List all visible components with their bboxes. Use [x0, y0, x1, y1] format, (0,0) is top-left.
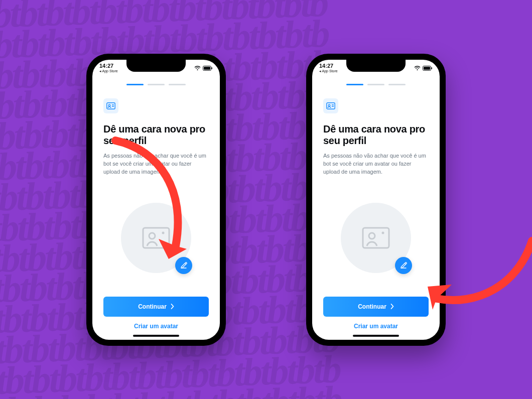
- battery-icon: [423, 66, 433, 71]
- continue-button[interactable]: Continuar: [323, 297, 429, 317]
- svg-point-4: [108, 104, 110, 106]
- continue-button-label: Continuar: [358, 303, 386, 310]
- edit-avatar-button[interactable]: [395, 257, 412, 274]
- app-screen: 14:27 ◂ App Store: [312, 60, 440, 340]
- page-title: Dê uma cara nova pro seu perfil: [323, 123, 429, 147]
- wifi-icon: [414, 66, 421, 71]
- svg-rect-13: [432, 67, 433, 69]
- status-time: 14:27: [99, 63, 118, 69]
- battery-icon: [203, 66, 213, 71]
- page-title: Dê uma cara nova pro seu perfil: [103, 123, 209, 147]
- phone-mockup: 14:27 ◂ App Store: [306, 54, 446, 346]
- svg-point-9: [162, 231, 165, 234]
- status-back-to-appstore[interactable]: ◂ App Store: [319, 69, 338, 73]
- id-card-icon: [323, 98, 338, 113]
- svg-point-20: [382, 231, 384, 234]
- wifi-icon: [194, 66, 201, 71]
- svg-rect-3: [107, 102, 115, 108]
- chevron-right-icon: [171, 304, 174, 309]
- edit-avatar-button[interactable]: [175, 257, 192, 274]
- pencil-icon: [180, 261, 188, 269]
- user-photo-placeholder-icon: [142, 227, 170, 249]
- app-screen: 14:27 ◂ App Store: [92, 60, 220, 340]
- create-avatar-link[interactable]: Criar um avatar: [323, 323, 429, 340]
- phone-mockup: 14:27 ◂ App Store: [86, 54, 226, 346]
- home-indicator[interactable]: [353, 335, 399, 337]
- svg-point-8: [149, 233, 155, 239]
- user-photo-placeholder-icon: [362, 227, 390, 249]
- svg-rect-2: [212, 67, 213, 69]
- svg-rect-14: [327, 102, 335, 108]
- svg-point-15: [328, 104, 330, 106]
- page-subtitle: As pessoas não vão achar que você é um b…: [323, 152, 429, 176]
- svg-rect-1: [204, 67, 210, 70]
- svg-rect-12: [424, 67, 430, 70]
- home-indicator[interactable]: [133, 335, 179, 337]
- svg-point-19: [369, 233, 375, 239]
- avatar-placeholder[interactable]: [341, 203, 411, 273]
- status-back-to-appstore[interactable]: ◂ App Store: [99, 69, 118, 73]
- continue-button[interactable]: Continuar: [103, 297, 209, 317]
- create-avatar-link[interactable]: Criar um avatar: [103, 323, 209, 340]
- continue-button-label: Continuar: [138, 303, 167, 310]
- avatar-placeholder[interactable]: [121, 203, 191, 273]
- phone-notch: [346, 60, 406, 72]
- page-subtitle: As pessoas não vão achar que você é um b…: [103, 152, 209, 176]
- pencil-icon: [400, 261, 408, 269]
- phone-notch: [126, 60, 186, 72]
- id-card-icon: [103, 98, 118, 113]
- status-time: 14:27: [319, 63, 338, 69]
- chevron-right-icon: [390, 304, 394, 309]
